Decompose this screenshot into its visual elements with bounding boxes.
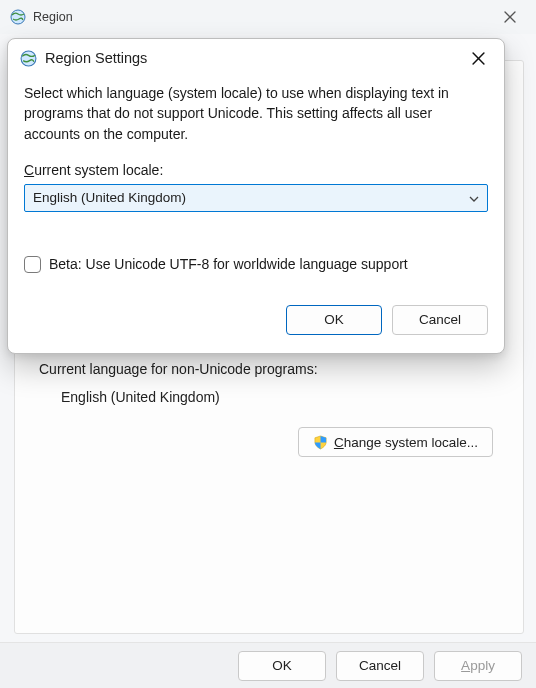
region-ok-button[interactable]: OK — [238, 651, 326, 681]
current-language-label: Current language for non-Unicode program… — [39, 361, 499, 377]
utf8-beta-label[interactable]: Beta: Use Unicode UTF-8 for worldwide la… — [49, 256, 408, 272]
region-window-title: Region — [33, 10, 73, 24]
region-cancel-button[interactable]: Cancel — [336, 651, 424, 681]
region-window-close-button[interactable] — [492, 3, 528, 31]
dialog-title: Region Settings — [45, 50, 147, 66]
dialog-close-button[interactable] — [460, 44, 496, 72]
cancel-label: Cancel — [419, 312, 461, 327]
utf8-beta-checkbox[interactable] — [24, 256, 41, 273]
system-locale-value: English (United Kingdom) — [33, 190, 186, 205]
region-apply-button[interactable]: Apply — [434, 651, 522, 681]
svg-point-0 — [11, 10, 25, 24]
shield-icon — [313, 435, 328, 450]
svg-point-1 — [21, 51, 36, 66]
globe-icon — [20, 50, 37, 67]
change-system-locale-label: Change system locale... — [334, 435, 478, 450]
change-system-locale-button[interactable]: Change system locale... — [298, 427, 493, 457]
current-language-value: English (United Kingdom) — [61, 389, 499, 405]
dialog-footer: OK Cancel — [8, 289, 504, 353]
ok-label: OK — [272, 658, 292, 673]
dialog-cancel-button[interactable]: Cancel — [392, 305, 488, 335]
dialog-titlebar: Region Settings — [8, 39, 504, 77]
system-locale-label: Current system locale: — [24, 162, 488, 178]
region-settings-dialog: Region Settings Select which language (s… — [7, 38, 505, 354]
dialog-description: Select which language (system locale) to… — [24, 83, 488, 144]
dialog-ok-button[interactable]: OK — [286, 305, 382, 335]
chevron-down-icon — [469, 192, 479, 204]
apply-label: Apply — [461, 658, 495, 673]
region-titlebar: Region — [0, 0, 536, 34]
globe-icon — [10, 9, 26, 25]
region-window-footer: OK Cancel Apply — [0, 642, 536, 688]
system-locale-dropdown[interactable]: English (United Kingdom) — [24, 184, 488, 212]
ok-label: OK — [324, 312, 344, 327]
close-icon — [472, 52, 485, 65]
close-icon — [504, 11, 516, 23]
cancel-label: Cancel — [359, 658, 401, 673]
